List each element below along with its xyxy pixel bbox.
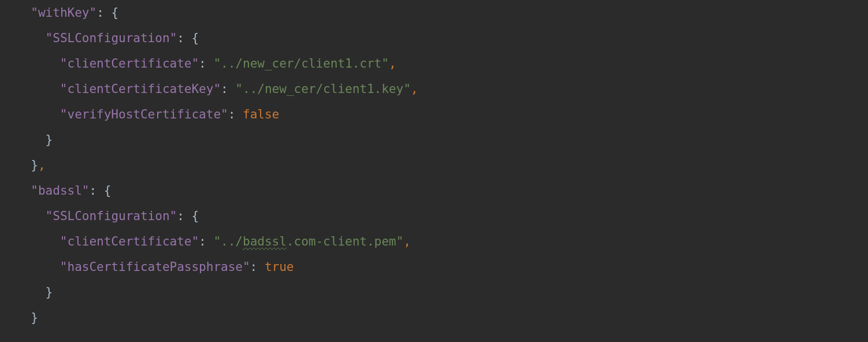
code-token: true [265,260,294,274]
code-token-text: clientCertificate [68,57,192,70]
code-token-part: .com-client.pem [287,235,396,248]
code-token: "../new_cer/client1.key" [235,82,410,96]
code-token-text: clientCertificateKey [68,82,214,96]
code-token-text: badssl [38,184,82,198]
code-token: , [411,82,418,96]
code-token-part: ../ [221,235,243,248]
code-token: , [38,158,46,172]
code-token-text: verifyHostCertificate [68,107,221,121]
code-token-text: clientCertificate [68,235,192,248]
code-token: "SSLConfiguration" [46,31,177,45]
code-line: "badssl": { [16,184,111,198]
code-token-text: ../new_cer/client1.crt [221,57,381,70]
code-token: "../new_cer/client1.crt" [213,57,388,70]
code-token-text: true [265,260,294,274]
code-token: , [389,57,396,70]
code-token-part: badssl [243,235,287,248]
code-token: "clientCertificateKey" [60,82,221,96]
code-token: "withKey" [31,6,97,20]
code-token: : { [177,209,199,223]
code-token: "../badssl.com-client.pem" [213,235,403,248]
code-token: : [199,235,213,248]
code-token: } [46,133,53,147]
code-token: "clientCertificate" [60,57,199,70]
code-token: false [243,107,279,121]
code-line: }, [16,158,46,172]
code-token: } [31,311,38,325]
code-line: "SSLConfiguration": { [16,209,199,223]
code-token: : [250,260,265,274]
code-token: : { [89,184,111,198]
code-token: "hasCertificatePassphrase" [60,260,250,274]
code-token: : [228,107,243,121]
code-token: } [46,285,53,299]
code-line: } [16,285,53,299]
code-token: : [221,82,235,96]
code-token-text: ../new_cer/client1.key [243,82,403,96]
code-line: "clientCertificateKey": "../new_cer/clie… [16,82,418,96]
code-token: "badssl" [31,184,89,198]
code-line: } [16,133,53,147]
code-line: "hasCertificatePassphrase": true [16,260,294,274]
code-line: "verifyHostCertificate": false [16,107,279,121]
code-editor[interactable]: "withKey": { "SSLConfiguration": { "clie… [0,0,868,330]
code-line: "clientCertificate": "../new_cer/client1… [16,57,396,70]
code-token: "SSLConfiguration" [46,209,177,223]
code-token: : { [97,6,118,20]
code-token: } [31,158,38,172]
code-line: "clientCertificate": "../badssl.com-clie… [16,235,411,248]
code-token: : [199,57,213,70]
code-line: "withKey": { [16,6,118,20]
code-token: "clientCertificate" [60,235,199,248]
code-token-text: withKey [38,6,90,20]
code-token-text: SSLConfiguration [53,31,169,45]
code-token-text: SSLConfiguration [53,209,169,223]
code-token: , [403,235,411,248]
code-token-text: false [243,107,279,121]
code-token-text: hasCertificatePassphrase [68,260,243,274]
code-line: } [16,311,38,325]
code-token: "verifyHostCertificate" [60,107,228,121]
code-line: "SSLConfiguration": { [16,31,199,45]
code-token: : { [177,31,199,45]
